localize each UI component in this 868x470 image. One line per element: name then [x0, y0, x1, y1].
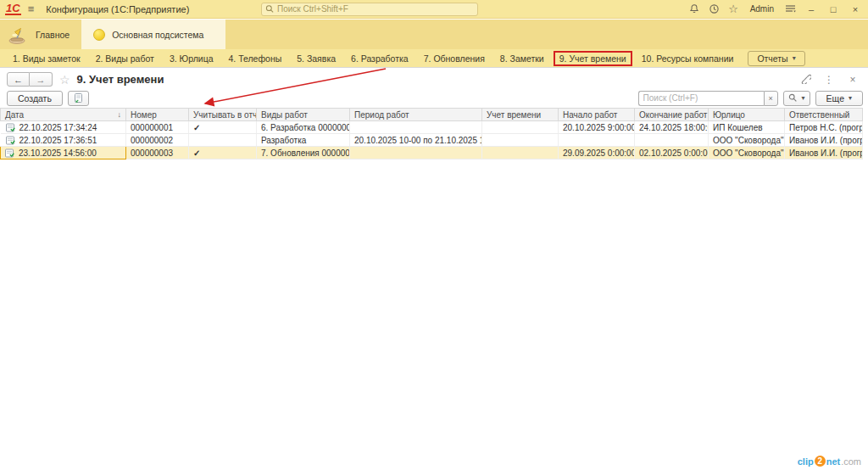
more-actions-button[interactable]: Еще ▾ [815, 91, 863, 106]
cell-responsible: Иванов И.И. (програм... [785, 134, 863, 147]
focused-cell[interactable]: 23.10.2025 14:56:00 [1, 147, 126, 159]
tab-label: Основная подсистема [112, 30, 203, 40]
col-header-date[interactable]: Дата ↓ [1, 109, 126, 121]
watermark-text: .com [841, 456, 861, 467]
table-row-selected[interactable]: 23.10.2025 14:56:00 000000003 ✓ 7. Обнов… [1, 147, 863, 159]
document-posted-icon [4, 148, 15, 159]
cell-responsible: Иванов И.И. (програм... [785, 147, 863, 159]
clear-search-icon[interactable]: × [764, 91, 778, 106]
global-search-input[interactable] [277, 4, 474, 14]
functions-menu: 1. Виды заметок 2. Виды работ 3. Юрлица … [0, 49, 868, 68]
sort-desc-icon: ↓ [118, 110, 122, 119]
col-label: Дата [5, 110, 24, 120]
menu-item-development[interactable]: 6. Разработка [345, 51, 415, 66]
global-search[interactable] [261, 3, 478, 16]
form-area: ← → ☆ 9. Учет времени ⋮ × Создать [0, 69, 868, 470]
col-header-work-period[interactable]: Период работ [350, 109, 482, 121]
cell-time-tracking [482, 134, 559, 147]
main-menu-icon[interactable]: ≡ [28, 3, 35, 15]
add-favorite-star-icon[interactable]: ☆ [59, 73, 70, 87]
cell-end: 24.10.2025 18:00:00 [635, 121, 709, 134]
service-menu-icon[interactable] [784, 3, 797, 15]
history-icon[interactable] [708, 3, 721, 15]
search-icon [788, 93, 798, 103]
close-window-button[interactable]: × [848, 4, 863, 14]
table-row[interactable]: 22.10.2025 17:34:24 000000001 ✓ 6. Разра… [1, 121, 863, 134]
chevron-down-icon: ▾ [849, 94, 852, 102]
cell-number: 000000001 [126, 121, 189, 134]
chevron-down-icon: ▾ [793, 54, 796, 62]
more-dots-icon[interactable]: ⋮ [821, 74, 837, 86]
notifications-bell-icon[interactable] [688, 3, 701, 15]
create-from-template-button[interactable] [68, 91, 89, 106]
list-toolbar: Создать × ▾ Еще ▾ [0, 88, 868, 108]
cell-end: 02.10.2025 0:00:00 [635, 147, 709, 159]
col-header-include-in-report[interactable]: Учитывать в отчете [189, 109, 257, 121]
home-section-label: Главное [36, 30, 70, 40]
cell-start [559, 134, 635, 147]
cell-legal-entity: ООО "Сковорода" [709, 147, 785, 159]
reports-dropdown-button[interactable]: Отчеты ▾ [748, 51, 804, 66]
forward-button[interactable]: → [30, 72, 53, 87]
menu-item-note-types[interactable]: 1. Виды заметок [7, 51, 86, 66]
menu-item-company-resources[interactable]: 10. Ресурсы компании [636, 51, 740, 66]
cell-date: 23.10.2025 14:56:00 [19, 148, 97, 158]
nav-buttons: ← → [7, 72, 53, 87]
get-link-icon[interactable] [797, 73, 814, 87]
table-header-row: Дата ↓ Номер Учитывать в отчете Виды раб… [1, 109, 863, 121]
maximize-button[interactable]: □ [826, 4, 841, 14]
col-header-work-start[interactable]: Начало работ [559, 109, 635, 121]
col-header-work-types[interactable]: Виды работ [257, 109, 350, 121]
cell-start: 29.09.2025 0:00:00 [559, 147, 635, 159]
chevron-down-icon: ▾ [802, 94, 805, 102]
col-header-number[interactable]: Номер [126, 109, 189, 121]
menu-item-time-tracking[interactable]: 9. Учет времени [554, 51, 632, 66]
more-label: Еще [826, 93, 844, 104]
document-posted-icon [5, 135, 16, 146]
page-header: ← → ☆ 9. Учет времени ⋮ × [0, 69, 868, 88]
cell-date: 22.10.2025 17:34:24 [19, 123, 97, 132]
cell-time-tracking [482, 147, 559, 159]
close-form-icon[interactable]: × [844, 74, 861, 86]
back-button[interactable]: ← [7, 72, 30, 87]
favorites-star-icon[interactable]: ☆ [727, 3, 740, 15]
search-settings-button[interactable]: ▾ [783, 91, 810, 106]
list-search-input[interactable] [638, 91, 764, 106]
tab-main-subsystem[interactable]: Основная подсистема [81, 20, 225, 49]
cell-work-type: Разработка [257, 134, 350, 147]
menu-item-work-types[interactable]: 2. Виды работ [90, 51, 160, 66]
cell-number: 000000002 [126, 134, 189, 147]
search-icon [265, 4, 274, 14]
menu-item-notes[interactable]: 8. Заметки [494, 51, 550, 66]
window-title: Конфигурация (1С:Предприятие) [46, 4, 189, 14]
cell-include-check: ✓ [189, 147, 257, 159]
watermark-badge: 2 [815, 456, 826, 467]
cell-end [635, 134, 709, 147]
cell-legal-entity: ООО "Сковорода" [709, 134, 785, 147]
user-menu[interactable]: Admin [750, 4, 774, 14]
cell-legal-entity: ИП Кошелев [709, 121, 785, 134]
col-header-responsible[interactable]: Ответственный [785, 109, 863, 121]
subsystem-icon [93, 29, 105, 41]
create-button[interactable]: Создать [7, 91, 63, 106]
home-section[interactable]: Главное [0, 20, 81, 49]
col-header-time-tracking[interactable]: Учет времени [482, 109, 559, 121]
col-header-legal-entity[interactable]: Юрлицо [709, 109, 785, 121]
menu-item-phones[interactable]: 4. Телефоны [222, 51, 287, 66]
menu-item-updates[interactable]: 7. Обновления [418, 51, 491, 66]
document-posted-icon [5, 122, 16, 133]
cell-period [350, 147, 482, 159]
reports-label: Отчеты [757, 53, 787, 64]
cell-date: 22.10.2025 17:36:51 [19, 136, 97, 145]
cell-include-check: ✓ [189, 121, 257, 134]
menu-item-request[interactable]: 5. Заявка [291, 51, 342, 66]
cell-work-type: 6. Разработка 0000000... [257, 121, 350, 134]
documents-table: Дата ↓ Номер Учитывать в отчете Виды раб… [0, 108, 863, 159]
minimize-button[interactable]: – [804, 4, 819, 14]
document-new-icon [73, 92, 84, 104]
col-header-work-end[interactable]: Окончание работ [635, 109, 709, 121]
cell-start: 20.10.2025 9:00:00 [559, 121, 635, 134]
table-row[interactable]: 22.10.2025 17:36:51 000000002 Разработка… [1, 134, 863, 147]
clip2net-watermark: clip 2 net .com [798, 456, 861, 467]
menu-item-legal-entities[interactable]: 3. Юрлица [164, 51, 220, 66]
